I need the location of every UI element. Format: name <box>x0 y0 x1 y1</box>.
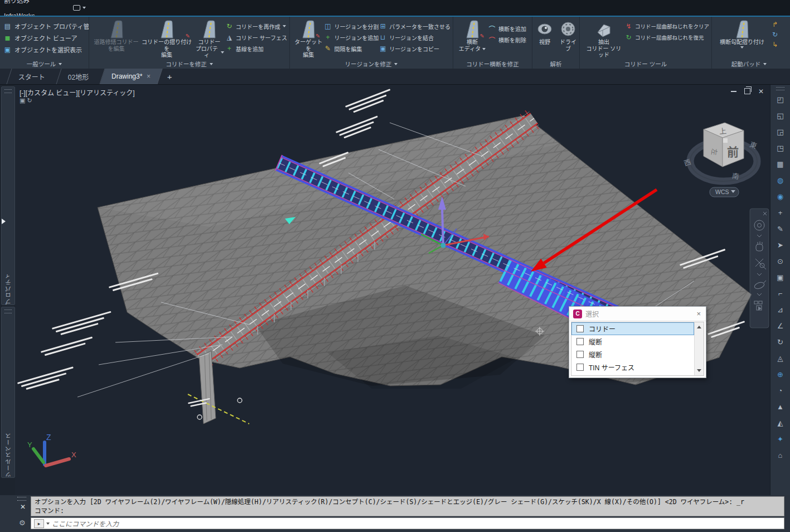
section-editor-icon <box>463 19 481 39</box>
selection-list-item[interactable]: TIN サーフェス <box>571 361 694 374</box>
button-add-section[interactable]: ⌒横断を追加 <box>488 23 526 34</box>
palette-tool-icon[interactable]: ▣ <box>773 271 788 283</box>
palette-tool-icon[interactable]: ⌐ <box>773 287 788 299</box>
panel-title-launch-pad[interactable]: 起動パッド <box>712 59 786 69</box>
panel-title-modify-region[interactable]: リージョンを修正 <box>290 59 453 69</box>
palette-tool-icon[interactable]: ✎ <box>773 223 788 235</box>
palette-tool-icon[interactable]: ∠ <box>773 320 788 332</box>
button-edit-corridor-transition[interactable]: ✎ コリドーの摺り付けを編集 <box>140 18 193 59</box>
palette-tool-icon[interactable]: ◳ <box>773 142 788 154</box>
button-edit-targets[interactable]: ✎ ターゲットを編集 <box>293 18 323 59</box>
panel-title-modify-sections[interactable]: コリドー横断を修正 <box>453 59 532 69</box>
button-section-editor[interactable]: ✎ 横断エディタ <box>457 18 488 52</box>
command-close-icon[interactable]: ✕ <box>20 503 26 511</box>
palette-tool-icon[interactable]: + <box>773 206 788 219</box>
customize-wrench-icon[interactable]: ⚙ <box>19 519 26 527</box>
palette-tool-icon[interactable]: ⊿ <box>773 303 788 316</box>
palette-tab-toolspace[interactable]: ツールスペース <box>1 307 15 478</box>
button-corridor-properties[interactable]: コリドープロパティ <box>193 18 225 59</box>
ribbon-display-toggle[interactable] <box>70 4 89 12</box>
palette-tool-icon[interactable]: ◔ <box>773 384 788 396</box>
button-clear-corridor-bowties[interactable]: ↯コリドー屈曲部ねじれをクリア <box>624 21 709 32</box>
button-edit-frequency[interactable]: ✎間隔を編集 <box>323 43 379 54</box>
scroll-down-icon[interactable] <box>697 369 701 372</box>
viewport-sync-icon[interactable]: ↻ <box>27 97 32 104</box>
checkbox[interactable] <box>576 338 584 345</box>
palette-tool-icon[interactable]: ◭ <box>773 417 788 429</box>
button-object-properties[interactable]: ▤オブジェクト プロパティ管理 <box>3 20 89 32</box>
panel-title-general-tools[interactable]: 一般ツール <box>0 59 89 69</box>
selection-list-item[interactable]: 縦断 <box>571 348 694 361</box>
panel-title-analyze[interactable]: 解析 <box>532 59 579 69</box>
viewport-lock-icon[interactable]: ▣ <box>20 97 25 104</box>
palette-tab-properties[interactable]: プロパティ <box>1 86 15 305</box>
restore-icon[interactable] <box>744 88 750 94</box>
button-drive[interactable]: ドライブ <box>558 18 578 52</box>
button-add-baseline[interactable]: +基線を追加 <box>225 43 287 54</box>
button-object-viewer[interactable]: ◼オブジェクト ビューア <box>3 32 89 43</box>
viewport-controls[interactable]: [-][カスタム ビュー][リアリスティック] <box>20 88 135 97</box>
palette-tool-icon[interactable]: ➤ <box>773 239 788 251</box>
palette-tool-icon[interactable]: ⊕ <box>773 368 788 380</box>
palette-tool-icon[interactable]: ✦ <box>773 433 788 445</box>
drawing-canvas[interactable]: [-][カスタム ビュー][リアリスティック] ▣ ↻ ✕ <box>15 85 770 495</box>
tab-close-icon[interactable]: × <box>147 72 151 80</box>
checkbox[interactable] <box>576 364 584 371</box>
button-add-region[interactable]: +リージョンを追加 <box>323 32 379 43</box>
palette-tool-icon[interactable]: ⌂ <box>773 449 788 461</box>
viewport-3d-scene[interactable]: Z Y X 西 南 東 上 前 左 <box>15 85 770 495</box>
close-icon[interactable]: ✕ <box>758 89 764 94</box>
drawing-tab[interactable]: スタート <box>6 69 61 84</box>
palette-tool-icon[interactable]: ▲ <box>773 400 788 413</box>
panel-title-corridor-tools[interactable]: コリドー ツール <box>580 59 711 69</box>
launcher-icon[interactable]: ↱ <box>772 21 778 28</box>
wcs-selector[interactable]: WCS <box>710 187 739 197</box>
button-rebuild-corridor[interactable]: ↻コリドーを再作成 <box>225 21 287 32</box>
dialog-scrollbar[interactable] <box>694 322 704 375</box>
button-edit-rehab-corridor[interactable]: 道路修繕コリドーを編集 <box>93 18 140 52</box>
button-extract-corridor-solids[interactable]: 抽出コリドー ソリッド <box>583 18 624 59</box>
chevron-down-icon <box>83 7 86 9</box>
drawing-tab[interactable]: 02地形 <box>56 69 105 84</box>
button-isolate-objects[interactable]: ▣オブジェクトを選択表示 <box>3 43 89 55</box>
navigation-bar[interactable] <box>750 209 769 328</box>
palette-tool-icon[interactable]: ◉ <box>773 190 788 202</box>
palette-tool-icon[interactable]: ◱ <box>773 109 788 122</box>
palette-tool-icon[interactable]: ▦ <box>773 158 788 170</box>
scroll-up-icon[interactable] <box>697 326 701 328</box>
recent-commands-arrow-icon[interactable] <box>46 523 50 525</box>
object-viewer-icon: ◼ <box>3 34 12 42</box>
button-restore-corridor-bowties[interactable]: ↻コリドー屈曲部ねじれを復元 <box>624 32 709 43</box>
button-superelevation[interactable]: 横断勾配摺り付け <box>715 18 769 49</box>
palette-tool-icon[interactable]: ◍ <box>773 174 788 186</box>
minimize-icon[interactable] <box>731 91 736 92</box>
palette-tool-icon[interactable]: ↻ <box>773 336 788 348</box>
palette-collapse-arrow-icon[interactable] <box>2 219 6 224</box>
button-delete-section[interactable]: ⌒横断を削除 <box>488 34 526 45</box>
panel-title-modify-corridor[interactable]: コリドーを修正 <box>89 59 289 69</box>
new-drawing-tab-button[interactable]: + <box>161 69 179 84</box>
palette-tool-icon[interactable]: ◲ <box>773 125 788 138</box>
command-input[interactable]: ▸ ここにコマンドを入力 <box>31 518 784 529</box>
dialog-close-icon[interactable]: × <box>691 309 706 318</box>
launcher-icon[interactable]: ↳ <box>772 41 778 49</box>
button-merge-regions[interactable]: ⊔リージョンを結合 <box>379 32 450 43</box>
drawing-tab[interactable]: Drawing3* × <box>100 69 163 84</box>
dialog-titlebar[interactable]: C 選択 × <box>569 307 706 321</box>
checkbox[interactable] <box>576 325 584 332</box>
button-match-parameters[interactable]: ⊞パラメータを一致させる <box>379 21 450 32</box>
button-sight-distance[interactable]: 視野 <box>535 18 555 46</box>
button-corridor-surface[interactable]: ◮コリドー サーフェス <box>225 32 287 43</box>
launcher-icon[interactable]: ↻ <box>772 31 778 38</box>
menu-item[interactable]: 割り込み <box>0 0 62 8</box>
command-history[interactable]: オプションを入力 [2D ワイヤフレーム(2)/ワイヤフレーム(W)/隠線処理(… <box>31 496 784 516</box>
button-split-region[interactable]: ◫リージョンを分割 <box>323 21 379 32</box>
palette-tool-icon[interactable]: ⊙ <box>773 255 788 267</box>
selection-list-item[interactable]: コリドー <box>571 322 694 335</box>
selection-list-item[interactable]: 縦断 <box>571 335 694 348</box>
palette-tool-icon[interactable]: ◬ <box>773 352 788 364</box>
button-copy-region[interactable]: ▣リージョンをコピー <box>379 43 450 54</box>
palette-tool-icon[interactable]: ◰ <box>773 93 788 105</box>
command-grip-icon[interactable] <box>17 497 26 501</box>
checkbox[interactable] <box>576 351 584 358</box>
